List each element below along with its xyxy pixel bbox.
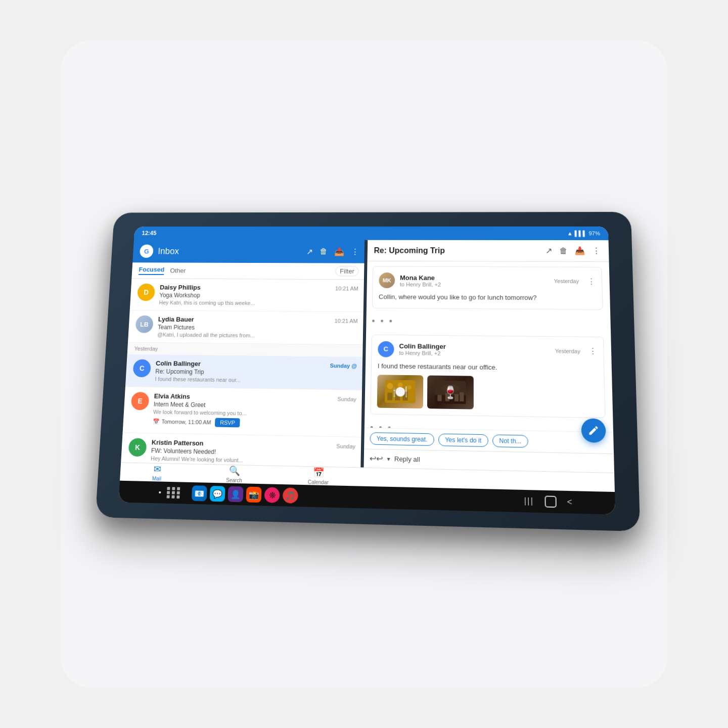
reply-arrows-icon: ↩↩: [370, 453, 383, 464]
email-detail-panel: Re: Upcoming Trip ↗ 🗑 📥 ⋮: [362, 240, 614, 473]
smart-reply-2[interactable]: Yes let's do it: [438, 434, 488, 447]
svg-rect-3: [402, 391, 407, 400]
sender-colin: Colin Ballinger: [156, 359, 201, 368]
avatar-daisy: D: [137, 284, 155, 301]
battery-indicator: 97%: [588, 231, 600, 237]
detail-more-btn[interactable]: ⋮: [592, 246, 601, 256]
outlook-icon[interactable]: 📧: [192, 485, 207, 501]
social-icon[interactable]: ❊: [264, 487, 280, 503]
tab-focused[interactable]: Focused: [139, 266, 165, 275]
back-button[interactable]: <: [567, 497, 572, 507]
detail-header: Re: Upcoming Trip ↗ 🗑 📥 ⋮: [366, 240, 609, 262]
svg-rect-10: [445, 393, 449, 401]
more-dots-1: • • •: [372, 313, 603, 331]
svg-rect-11: [454, 394, 459, 401]
phone-screen: 12:45 ▲ ▌▌▌ 97%: [119, 226, 616, 515]
avatar-colin-detail: C: [378, 341, 394, 357]
nav-mail[interactable]: ✉ Mail: [152, 464, 162, 482]
compose-fab[interactable]: [581, 418, 606, 443]
rsvp-datetime: Tomorrow, 11:00 AM: [161, 419, 211, 426]
detail-expand-btn[interactable]: ↗: [545, 246, 552, 255]
thread-more-mona[interactable]: ⋮: [587, 277, 596, 286]
email-item-colin[interactable]: C Colin Ballinger Sunday @ Re: Upcoming …: [125, 354, 364, 390]
archive-icon[interactable]: 📥: [334, 247, 344, 256]
signal-icon: ▌▌▌: [575, 231, 587, 237]
thread-more-colin[interactable]: ⋮: [588, 346, 597, 356]
sender-lydia: Lydia Bauer: [158, 315, 194, 323]
email-info-kristin: Kristin Patterson Sunday FW: Volunteers …: [151, 438, 355, 466]
thread-sender-info-colin: Colin Ballinger to Henry Brill, +2: [399, 342, 550, 357]
home-button[interactable]: [544, 495, 557, 508]
avatar-colin: C: [132, 359, 151, 378]
gmail-logo-letter: G: [144, 248, 149, 255]
thread-time-colin: Yesterday: [555, 348, 580, 354]
header-right-icons: ↗ 🗑 📥 ⋮: [306, 247, 359, 256]
taskbar-apps: 📧 💬 👤 📸 ❊ 🎵: [159, 485, 298, 504]
phone-shell: 12:45 ▲ ▌▌▌ 97%: [96, 212, 641, 531]
thread-body-mona: Collin, where would you like to go for l…: [379, 292, 596, 303]
reply-all-label[interactable]: Reply all: [394, 455, 420, 464]
search-nav-label: Search: [226, 477, 242, 483]
calendar-nav-label: Calendar: [308, 479, 329, 485]
reply-dropdown-icon[interactable]: ▾: [387, 455, 390, 463]
thread-header-colin: C Colin Ballinger to Henry Brill, +2 Yes…: [378, 341, 597, 359]
thread-body-colin: I found these restaurants near our offic…: [378, 361, 598, 374]
nav-calendar[interactable]: 📅 Calendar: [308, 467, 329, 485]
unread-indicator-colin: Sunday @: [330, 362, 357, 369]
messaging-icon[interactable]: 💬: [210, 486, 225, 502]
thread-recipient-colin: to Henry Brill, +2: [399, 350, 550, 357]
email-item-kristin[interactable]: K Kristin Patterson Sunday FW: Volunteer…: [121, 433, 362, 467]
email-item-daisy[interactable]: D Daisy Phillips 10:21 AM Yoga Workshop …: [130, 279, 366, 312]
smart-reply-3[interactable]: Not th...: [492, 434, 528, 447]
sender-daisy: Daisy Phillips: [160, 284, 201, 291]
gmail-logo: G: [140, 245, 154, 258]
rsvp-calendar-icon: 📅 Tomorrow, 11:00 AM: [153, 418, 211, 426]
sender-kristin: Kristin Patterson: [151, 438, 203, 447]
wifi-icon: ▲: [567, 231, 573, 237]
email-list-panel: G Inbox ↗ 🗑 📥 ⋮ Focus: [121, 240, 366, 467]
detail-archive-btn[interactable]: 📥: [575, 246, 585, 256]
teams-icon[interactable]: 👤: [228, 486, 243, 503]
email-info-lydia: Lydia Bauer 10:21 AM Team Pictures @Katr…: [157, 315, 358, 339]
time-daisy: 10:21 AM: [335, 286, 358, 292]
app-drawer-dot: [159, 491, 161, 493]
more-icon[interactable]: ⋮: [351, 247, 359, 256]
tab-other[interactable]: Other: [170, 267, 186, 274]
system-nav-buttons: ||| <: [524, 495, 572, 508]
recent-apps-button[interactable]: |||: [524, 496, 534, 506]
delete-icon[interactable]: 🗑: [320, 247, 328, 256]
phone-device: 12:45 ▲ ▌▌▌ 97%: [96, 212, 641, 531]
thread-sender-mona: Mona Kane: [400, 274, 549, 282]
expand-icon[interactable]: ↗: [306, 247, 313, 256]
restaurant-image-2: [427, 376, 474, 410]
email-item-lydia[interactable]: LB Lydia Bauer 10:21 AM Team Pictures @K…: [128, 310, 365, 345]
tabs-row: Focused Other Filter: [131, 262, 366, 280]
svg-rect-1: [387, 393, 392, 400]
svg-rect-2: [395, 390, 400, 400]
thread-header-mona: MK Mona Kane to Henry Brill, +2 Yesterda…: [379, 272, 596, 289]
detail-delete-btn[interactable]: 🗑: [559, 246, 568, 255]
tab-filter[interactable]: Filter: [335, 266, 358, 276]
avatar-elvia: E: [131, 392, 150, 410]
preview-daisy: Hey Katri, this is coming up this weeke.…: [159, 300, 358, 307]
email-item-elvia[interactable]: E Elvia Atkins Sunday Intern Meet & Gree…: [123, 387, 364, 437]
avatar-lydia: LB: [135, 315, 153, 333]
detail-title: Re: Upcoming Trip: [374, 246, 445, 255]
email-info-elvia: Elvia Atkins Sunday Intern Meet & Greet …: [152, 392, 356, 432]
photos-icon[interactable]: 📸: [246, 487, 261, 503]
media-icon[interactable]: 🎵: [283, 487, 298, 504]
time-kristin: Sunday: [336, 443, 355, 449]
svg-rect-12: [460, 392, 464, 401]
avatar-mona: MK: [379, 272, 395, 288]
rsvp-button[interactable]: RSVP: [215, 418, 240, 428]
preview-colin: I found these restaurants near our...: [155, 376, 356, 384]
thread-time-mona: Yesterday: [554, 278, 579, 284]
thread-images: [377, 375, 599, 411]
app-drawer-grid[interactable]: [167, 487, 181, 498]
email-info-colin: Colin Ballinger Sunday @ Re: Upcoming Tr…: [155, 359, 357, 385]
smart-reply-1[interactable]: Yes, sounds great.: [370, 432, 434, 446]
thread-message-mona: MK Mona Kane to Henry Brill, +2 Yesterda…: [372, 266, 603, 309]
subject-daisy: Yoga Workshop: [159, 292, 358, 300]
mail-nav-label: Mail: [152, 476, 162, 482]
nav-search[interactable]: 🔍 Search: [226, 465, 243, 483]
